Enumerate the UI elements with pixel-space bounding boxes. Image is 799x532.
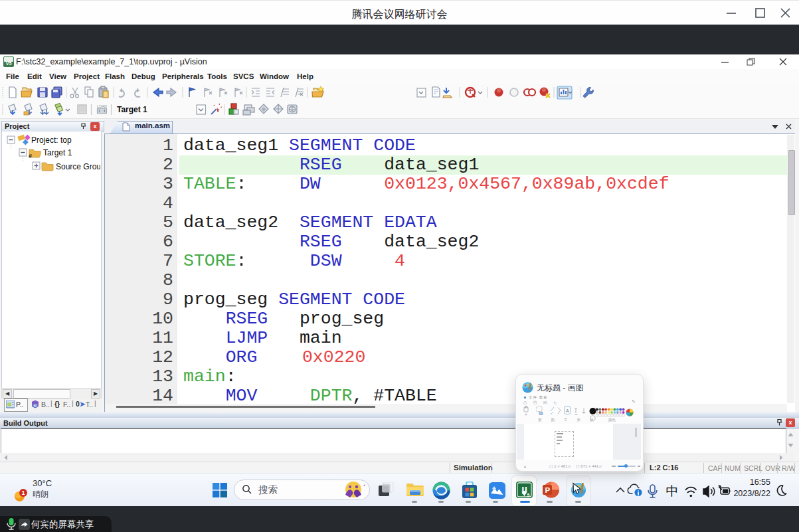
svg-text:Source Group: Source Group: [56, 162, 100, 171]
svg-text:中: 中: [666, 484, 679, 498]
svg-text:#: #: [29, 153, 32, 159]
svg-text:A: A: [566, 408, 569, 414]
svg-text:P: P: [545, 486, 551, 494]
svg-text:Project: top: Project: top: [31, 135, 72, 145]
svg-text:V5: V5: [6, 61, 12, 66]
svg-text:5: 5: [527, 493, 530, 497]
svg-text:Target 1: Target 1: [117, 105, 147, 114]
svg-text:1: 1: [21, 489, 25, 496]
svg-text:Target 1: Target 1: [43, 148, 72, 157]
svg-text:LOAD: LOAD: [97, 104, 107, 108]
